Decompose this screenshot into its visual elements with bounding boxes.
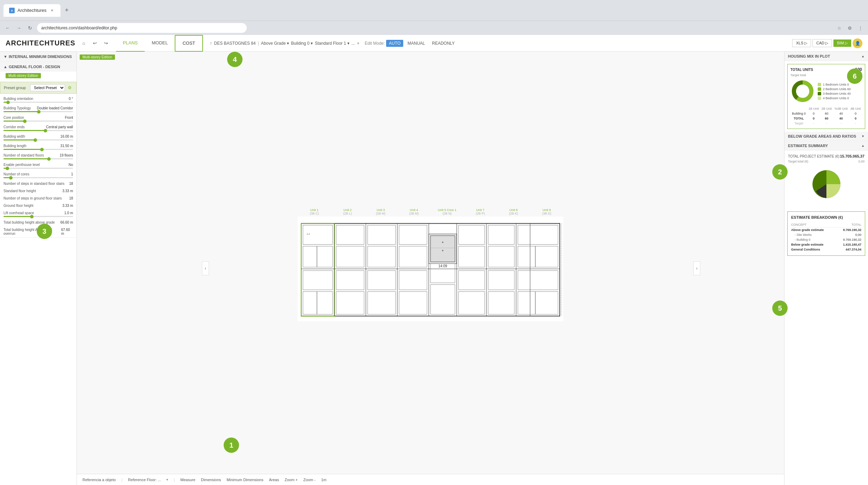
below-grade-chevron: ▼ (861, 135, 865, 138)
lift-overhead-slider[interactable] (3, 216, 73, 217)
edit-mode-auto[interactable]: AUTO (386, 40, 403, 47)
reference-floor: Reference Floor: ... (128, 478, 161, 482)
bim-button[interactable]: BIM ▷ (833, 39, 851, 47)
target-total-est-value: 0,00 (858, 160, 865, 163)
breadcrumb: ↑ DES BASTOGNES 84 | Above Grade ▾ Build… (210, 41, 359, 46)
preset-select-dropdown[interactable]: Select Preset (30, 84, 65, 91)
canvas-area[interactable]: Multi-storey Edition Unit 1(3B C) Unit 2… (77, 52, 784, 474)
building-length-slider[interactable] (3, 149, 73, 150)
housing-mix-chevron: ▲ (861, 55, 865, 58)
back-button[interactable]: ← (3, 24, 12, 32)
corridor-ends-slider[interactable] (3, 130, 73, 131)
user-avatar[interactable]: 👤 (853, 38, 862, 48)
right-panel: HOUSING MIX IN PLOT ▲ TOTAL UNITS 100 Ta… (784, 52, 868, 485)
tab-plans[interactable]: PLANS (116, 35, 145, 52)
redo-icon[interactable]: ↪ (102, 39, 110, 48)
bc-project: DES BASTOGNES 84 (214, 41, 256, 46)
edit-mode-readonly[interactable]: READONLY (429, 40, 457, 47)
penthouse-slider[interactable] (3, 168, 73, 169)
core-position-label: Core position (3, 116, 24, 120)
new-tab-button[interactable]: + (62, 6, 72, 15)
edit-mode-manual[interactable]: MANUAL (405, 40, 428, 47)
sidebar: ▼ INTERNAL MINIMUM DIMENSIONS ▲ GENERAL … (0, 52, 77, 485)
total-height-2-value: 67.60 m (61, 228, 73, 236)
bc-floor-select[interactable]: Standard Floor 1 ▾ (315, 41, 349, 46)
zoom-in-button[interactable]: Zoom + (284, 478, 298, 482)
standard-floors-row: Number of standard floors 19 floors (0, 152, 77, 161)
ground-steps-label: Number of steps in ground floor stairs (3, 196, 62, 200)
estimate-summary-title: ESTIMATE SUMMARY (788, 144, 828, 148)
xls-export-button[interactable]: XLS ▷ (792, 39, 811, 47)
standard-floors-label: Number of standard floors (3, 153, 44, 157)
multi-storey-canvas-badge: Multi-storey Edition (80, 55, 115, 60)
table-row-target: Target ---- (790, 121, 862, 126)
bc-up-arrow: ↑ (210, 41, 212, 46)
core-position-slider[interactable] (3, 121, 73, 122)
header-right-actions: XLS ▷ CAD ▷ BIM ▷ 👤 (792, 38, 862, 48)
min-dimensions-button[interactable]: Minimum Dimensions (227, 478, 263, 482)
tab-model[interactable]: MODEL (145, 35, 175, 52)
building-width-value: 16.00 m (60, 135, 73, 138)
section-chevron-down: ▼ (3, 55, 7, 59)
estimate-section: TOTAL PROJECT ESTIMATE (€) 15.705.065,37… (784, 151, 868, 209)
bc-more[interactable]: ... (352, 41, 355, 46)
canvas-wrapper: ‹ › Multi-storey Edition Unit 1(3B C) Un… (77, 52, 784, 485)
reload-button[interactable]: ↻ (26, 24, 34, 32)
building-length-label: Building length (3, 144, 27, 148)
browser-tab[interactable]: A Architechtures × (3, 4, 60, 17)
preset-action-icon[interactable]: ⚙ (66, 85, 73, 91)
ground-floor-height-row: Ground floor height 3.33 m (0, 202, 77, 209)
bc-grade-select[interactable]: Above Grade ▾ (261, 41, 289, 46)
num-cores-slider[interactable] (3, 177, 73, 178)
stair-steps-row: Number of steps in standard floor stairs… (0, 180, 77, 187)
internal-min-dimensions-header[interactable]: ▼ INTERNAL MINIMUM DIMENSIONS (0, 52, 77, 61)
below-grade-header[interactable]: BELOW GRADE AREAS AND RATIOS ▼ (784, 132, 868, 141)
general-floor-header[interactable]: ▲ GENERAL FLOOR - DESIGN (0, 62, 77, 72)
building-orientation-slider[interactable] (3, 102, 73, 103)
building-length-value: 31.50 m (60, 144, 73, 148)
menu-icon[interactable]: ⋮ (856, 24, 865, 32)
building-width-slider[interactable] (3, 139, 73, 140)
circle-badge-2: 2 (772, 164, 788, 180)
dimensions-button[interactable]: Dimensions (201, 478, 221, 482)
total-project-value: 15.705.065,37 (840, 154, 865, 158)
ground-floor-height-label: Ground floor height (3, 204, 34, 208)
multi-storey-badge: Multi-storey Edition (6, 73, 41, 78)
bookmark-icon[interactable]: ☆ (835, 24, 844, 32)
cad-export-button[interactable]: CAD ▷ (812, 39, 832, 47)
ground-steps-row: Number of steps in ground floor stairs 1… (0, 195, 77, 202)
circle-badge-6: 6 (847, 68, 862, 84)
undo-icon[interactable]: ↩ (91, 39, 99, 48)
bc-building-select[interactable]: Building 0 ▾ (291, 41, 313, 46)
table-row-below-grade: Below grade estimate 1.415.160,47 (791, 242, 861, 247)
forward-button[interactable]: → (15, 24, 23, 32)
housing-mix-section-header[interactable]: HOUSING MIX IN PLOT ▲ (784, 52, 868, 61)
tab-cost[interactable]: COST (175, 35, 203, 52)
extension-icon[interactable]: ⚙ (846, 24, 854, 32)
tab-close-button[interactable]: × (49, 8, 55, 13)
logo-text: ARCHITECHTURES (6, 39, 75, 47)
circle-badge-4: 4 (227, 52, 243, 67)
unit-label-8: Unit 8(2B K) (500, 208, 528, 215)
browser-address-bar: ← → ↻ architechtures.com/dashboard/edito… (0, 21, 868, 35)
estimate-summary-header[interactable]: ESTIMATE SUMMARY ▲ (784, 141, 868, 151)
right-panel-collapse-arrow[interactable]: › (693, 261, 700, 275)
sidebar-collapse-arrow[interactable]: ‹ (202, 261, 209, 275)
zoom-out-button[interactable]: Zoom - (303, 478, 316, 482)
browser-chrome: A Architechtures × + (0, 0, 868, 21)
building-typology-value: Double loaded Corridor (37, 106, 73, 110)
home-icon[interactable]: ⌂ (80, 39, 88, 48)
url-input[interactable]: architechtures.com/dashboard/editor.php (37, 23, 247, 33)
breakdown-title: ESTIMATE BREAKDOWN (€) (791, 215, 861, 219)
breakdown-table: CONCEPT TOTAL Above grade estimate 9.769… (791, 222, 861, 252)
measure-button[interactable]: Measure (180, 478, 195, 482)
table-row-site-works: - Site Works 0,00 (791, 232, 861, 237)
below-grade-title: BELOW GRADE AREAS AND RATIOS (788, 134, 856, 138)
areas-button[interactable]: Areas (269, 478, 279, 482)
legend-group: 1 Bedroom Units 0 2 Bedroom Units 60 3 B… (818, 83, 851, 100)
building-typology-slider[interactable] (3, 111, 73, 112)
internal-min-dimensions-section: ▼ INTERNAL MINIMUM DIMENSIONS (0, 52, 77, 62)
building-typology-label: Building Typology (3, 106, 31, 110)
target-total-label: Target total (790, 73, 806, 77)
standard-floors-slider[interactable] (3, 158, 73, 159)
